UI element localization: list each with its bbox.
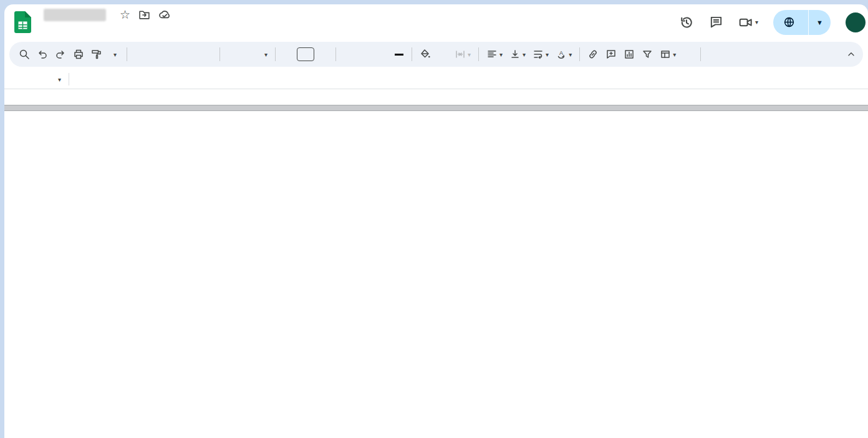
formula-bar: ▾	[4, 70, 868, 89]
increase-font-size-button[interactable]	[315, 46, 331, 63]
zoom-select[interactable]: ▾	[106, 46, 122, 63]
history-icon[interactable]	[679, 15, 694, 30]
toolbar-more-button[interactable]	[705, 46, 721, 63]
decrease-font-size-button[interactable]	[280, 46, 296, 63]
horizontal-align-button[interactable]: ▾	[483, 46, 506, 63]
undo-button[interactable]	[34, 46, 51, 63]
print-button[interactable]	[70, 46, 87, 63]
meet-camera-icon[interactable]: ▾	[738, 15, 758, 30]
share-globe-icon	[783, 16, 795, 28]
text-color-button[interactable]	[391, 46, 407, 63]
share-caret-icon[interactable]: ▼	[809, 19, 831, 26]
borders-button[interactable]	[435, 46, 451, 63]
menu-edit[interactable]	[51, 29, 62, 32]
increase-decimals-button[interactable]	[182, 46, 198, 63]
decrease-decimals-button[interactable]	[165, 46, 181, 63]
menu-help[interactable]	[133, 29, 145, 32]
merge-cells-button[interactable]: ▾	[451, 46, 474, 63]
insert-chart-button[interactable]	[620, 46, 638, 63]
sheets-logo-icon[interactable]	[14, 11, 31, 33]
menu-tools[interactable]	[110, 29, 121, 32]
app-window: ☆	[4, 4, 868, 438]
comments-icon[interactable]	[709, 15, 723, 29]
frozen-rows-split-bar[interactable]	[4, 105, 868, 111]
menu-extensions[interactable]	[122, 29, 133, 32]
menu-file[interactable]	[39, 29, 50, 32]
menu-data[interactable]	[98, 29, 109, 32]
insert-link-button[interactable]	[584, 46, 602, 63]
search-icon[interactable]	[16, 46, 33, 63]
more-formats-button[interactable]	[199, 46, 215, 63]
cloud-saved-icon[interactable]	[158, 9, 171, 21]
format-percent-button[interactable]	[148, 46, 165, 63]
bold-button[interactable]	[340, 46, 357, 63]
menubar	[39, 23, 171, 38]
sheet-grid	[4, 89, 868, 111]
text-rotate-button[interactable]: A▾	[552, 46, 575, 63]
filter-button[interactable]	[639, 46, 656, 63]
text-wrap-button[interactable]: ▾	[529, 46, 552, 63]
toolbar: ▾ ▾ ▾ ▾ ▾ ▾ A▾	[9, 42, 863, 67]
add-comment-button[interactable]	[602, 46, 620, 63]
avatar[interactable]	[846, 12, 866, 32]
vertical-align-button[interactable]: ▾	[506, 46, 529, 63]
move-folder-icon[interactable]	[138, 9, 150, 21]
collapse-toolbar-button[interactable]	[843, 46, 859, 63]
format-currency-button[interactable]	[132, 46, 148, 63]
strikethrough-button[interactable]	[374, 46, 390, 63]
name-box-caret-icon[interactable]: ▾	[58, 76, 61, 83]
italic-button[interactable]	[357, 46, 374, 63]
functions-button[interactable]	[680, 46, 696, 63]
redo-button[interactable]	[52, 46, 69, 63]
share-button[interactable]: ▼	[773, 10, 831, 35]
menu-view[interactable]	[62, 29, 74, 32]
svg-text:A: A	[559, 50, 563, 56]
column-header-row	[4, 89, 868, 105]
menu-insert[interactable]	[74, 29, 85, 32]
star-icon[interactable]: ☆	[120, 9, 130, 21]
table-views-button[interactable]: ▾	[657, 46, 679, 63]
redacted-title-blob	[44, 9, 106, 21]
app-header: ☆	[4, 4, 868, 39]
font-select[interactable]: ▾	[224, 46, 271, 63]
paint-format-button[interactable]	[88, 46, 105, 63]
menu-format[interactable]	[86, 29, 97, 32]
meet-caret-icon[interactable]: ▾	[755, 19, 758, 26]
fill-color-button[interactable]	[417, 46, 434, 63]
font-size-input[interactable]	[297, 47, 314, 61]
